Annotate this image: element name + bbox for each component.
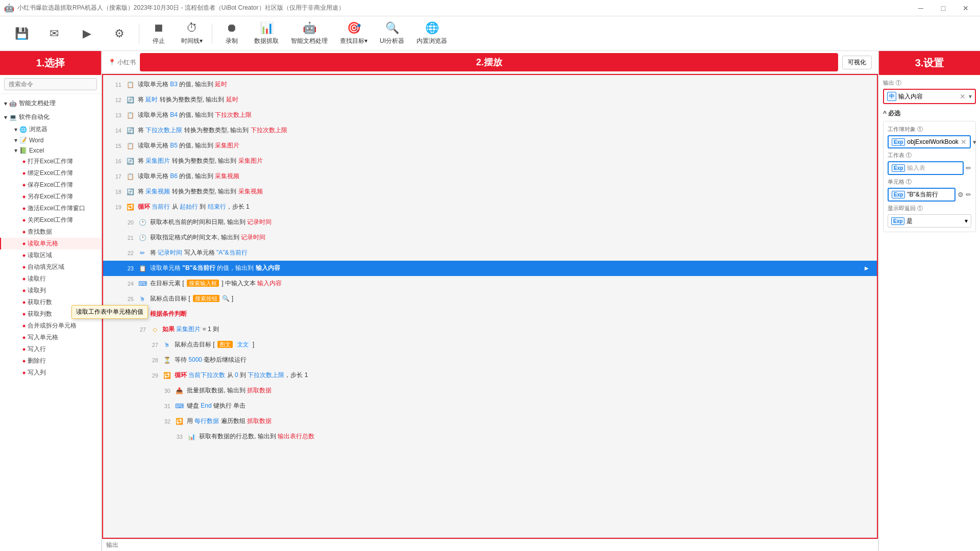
find-data-label: 查找数据 [28, 228, 52, 236]
toolbar-data-extract[interactable]: 📊 数据抓取 [249, 19, 284, 47]
read-icon: 📋 [138, 264, 147, 273]
tree-item-find-data[interactable]: ◆ 查找数据 [0, 226, 101, 238]
loop-icon: 🔁 [126, 203, 135, 212]
flow-row-26[interactable]: 26 ⚡ 根据条件判断 [103, 307, 877, 322]
edit-icon[interactable]: ✏ [966, 164, 971, 172]
return-select[interactable]: Exp 是 ▾ [888, 214, 971, 228]
tree-item-browser[interactable]: ▾ 🌐 浏览器 [0, 123, 101, 135]
flow-row-17[interactable]: 17 📋 读取单元格 B6 的值, 输出到 采集视频 [103, 169, 877, 184]
flow-row-32[interactable]: 32 🔁 用 每行数据 遍历数组 抓取数据 [103, 414, 877, 429]
toolbar-find-target[interactable]: 🎯 查找目标▾ [335, 19, 373, 47]
play-button[interactable]: ▶ [861, 262, 873, 274]
tree-item-delete-row[interactable]: ◆ 删除行 [0, 355, 101, 367]
row-content: 键盘 End 键执行 单击 [187, 402, 246, 410]
flow-row-15[interactable]: 15 📋 读取单元格 B5 的值, 输出到 采集图片 [103, 138, 877, 154]
edit-icon[interactable]: ✏ [966, 191, 971, 198]
workbook-input[interactable]: Exp objExcelWorkBook ✕ [888, 135, 971, 148]
flow-row-22[interactable]: 22 ✏ 将 记录时间 写入单元格 "A"&当前行 [103, 245, 877, 261]
tree-item-saveas-excel[interactable]: ◆ 另存Excel工作簿 [0, 191, 101, 203]
toolbar-ui-analyzer[interactable]: 🔍 UI分析器 [375, 19, 409, 47]
expand-icon: ▾ [4, 114, 7, 121]
tree-item-open-excel[interactable]: ◆ 打开Excel工作簿 [0, 156, 101, 167]
toolbar-embedded-browser[interactable]: 🌐 内置浏览器 [411, 19, 452, 47]
cell-input[interactable]: Exp "B"&当前行 [888, 188, 955, 202]
flow-row-31[interactable]: 31 ⌨ 键盘 End 键执行 单击 [103, 398, 877, 414]
maximize-button[interactable]: □ [933, 1, 953, 15]
row-number: 19 [107, 204, 121, 210]
settings-icon[interactable]: ⚙ [958, 191, 964, 198]
close-button[interactable]: ✕ [955, 1, 976, 15]
toolbar-record-label: 录制 [226, 37, 238, 45]
flow-row-25[interactable]: 25 🖱 鼠标点击目标 [ 搜索按钮 🔍 ] [103, 291, 877, 307]
toolbar-save[interactable]: 💾 [6, 25, 37, 42]
flow-row-11[interactable]: 11 📋 读取单元格 B3 的值, 输出到 延时 [103, 77, 877, 92]
tree-item-read-cell[interactable]: ◆ 读取单元格 [0, 238, 101, 249]
read-area-label: 读取区域 [28, 251, 52, 260]
flow-row-20[interactable]: 20 🕐 获取本机当前的时间和日期, 输出到 记录时间 [103, 215, 877, 230]
tree-item-write-col[interactable]: ◆ 写入列 [0, 367, 101, 379]
title-bar: 🤖 小红书爆款选题抓取RPA机器人（搜索版）2023年10月30日 - 流程创造… [0, 0, 980, 16]
tree-item-excel[interactable]: ▾ 📗 Excel [0, 145, 101, 156]
flow-row-14[interactable]: 14 🔄 将 下拉次数上限 转换为整数类型, 输出到 下拉次数上限 [103, 123, 877, 138]
flow-row-27-mouse[interactable]: 27 🖱 鼠标点击目标 [ 图文 文文 ] [103, 337, 877, 353]
browser-label: 浏览器 [29, 125, 47, 134]
worksheet-input[interactable]: Exp 输入表 [888, 161, 964, 175]
flow-row-21[interactable]: 21 🕐 获取指定格式的时间文本, 输出到 记录时间 [103, 230, 877, 245]
tree-item-write-cell[interactable]: ◆ 写入单元格 [0, 332, 101, 343]
toolbar-ai-process[interactable]: 🤖 智能文档处理 [286, 19, 333, 47]
tree-item-save-excel[interactable]: ◆ 保存Excel工作簿 [0, 179, 101, 191]
flow-row-29[interactable]: 29 🔁 循环 当前下拉次数 从 0 到 下拉次数上限，步长 1 [103, 368, 877, 383]
tree-item-close-excel[interactable]: ◆ 关闭Excel工作簿 [0, 214, 101, 226]
flow-row-30[interactable]: 30 📥 批量抓取数据, 输出到 抓取数据 [103, 383, 877, 398]
tree-item-merge-split[interactable]: ◆ 合并或拆分单元格 [0, 320, 101, 332]
visible-button[interactable]: 可视化 [842, 56, 872, 69]
tree-item-write-row[interactable]: ◆ 写入行 [0, 343, 101, 355]
open-excel-label: 打开Excel工作簿 [28, 157, 73, 166]
keyboard-icon: ⌨ [175, 402, 184, 411]
toolbar-run[interactable]: ▶ [71, 25, 102, 42]
flow-row-16[interactable]: 16 🔄 将 采集图片 转换为整数类型, 输出到 采集图片 [103, 154, 877, 169]
exp-tag: Exp [892, 191, 905, 198]
get-cols-label: 获取列数 [28, 310, 52, 318]
flow-row-18[interactable]: 18 🔄 将 采集视频 转换为整数类型, 输出到 采集视频 [103, 184, 877, 199]
minimize-button[interactable]: ─ [911, 1, 931, 15]
bottom-label: 输出 [106, 541, 118, 549]
exp-tag: 中 [887, 92, 896, 101]
flow-row-12[interactable]: 12 🔄 将 延时 转换为整数类型, 输出到 延时 [103, 92, 877, 108]
flow-row-13[interactable]: 13 📋 读取单元格 B4 的值, 输出到 下拉次数上限 [103, 108, 877, 123]
toolbar-settings[interactable]: ⚙ [104, 25, 135, 42]
tree-group-ai-label[interactable]: ▾ 🤖 智能文档处理 [0, 97, 101, 110]
return-value: 是 [906, 217, 965, 226]
flow-row-19[interactable]: 19 🔁 循环 当前行 从 起始行 到 结束行，步长 1 [103, 199, 877, 215]
flow-row-23[interactable]: 23 📋 读取单元格 "B"&当前行 的值，输出到 输入内容 ▶ [103, 261, 877, 276]
search-input[interactable] [4, 78, 97, 90]
flow-row-28[interactable]: 28 ⏳ 等待 5000 毫秒后继续运行 [103, 353, 877, 368]
tree-group-software-label[interactable]: ▾ 💻 软件自动化 [0, 111, 101, 123]
tree-group-software: ▾ 💻 软件自动化 ▾ 🌐 浏览器 ▾ 📝 Word [0, 111, 101, 379]
toolbar-record[interactable]: ⏺ 录制 [216, 19, 247, 47]
close-icon[interactable]: ✕ [960, 92, 966, 101]
output-input[interactable]: 中 输入内容 ✕ ▾ [883, 89, 976, 104]
tree-item-active-excel[interactable]: ◆ 激活Excel工作簿窗口 [0, 203, 101, 214]
close-icon[interactable]: ✕ [961, 138, 967, 146]
row-content: 将 下拉次数上限 转换为整数类型, 输出到 下拉次数上限 [138, 126, 287, 135]
toolbar-timeline-label: 时间线▾ [181, 37, 203, 45]
tree-item-read-col[interactable]: ◆ 读取列 [0, 285, 101, 296]
toolbar-timeline[interactable]: ⏱ 时间线▾ [176, 19, 208, 47]
tree-item-read-row[interactable]: ◆ 读取行 [0, 273, 101, 285]
flow-row-24[interactable]: 24 ⌨ 在目标元素 [ 搜索输入框 ] 中输入文本 输入内容 [103, 276, 877, 291]
toolbar-stop[interactable]: ⏹ 停止 [143, 19, 174, 47]
worksheet-label: 工作表 ① [888, 152, 971, 159]
flow-row-33[interactable]: 33 📊 获取有数据的行总数, 输出到 输出表行总数 [103, 429, 877, 444]
tree-item-read-area[interactable]: ◆ 读取区域 [0, 249, 101, 261]
toolbar-send[interactable]: ✉ [39, 25, 69, 42]
autofill-label: 自动填充区域 [28, 263, 64, 271]
workbook-row: Exp objExcelWorkBook ✕ ▾ [888, 135, 971, 148]
tree-item-word[interactable]: ▾ 📝 Word [0, 135, 101, 145]
dropdown-arrow-wb: ▾ [973, 138, 976, 146]
row-number: 25 [119, 296, 134, 302]
tree-item-bind-excel[interactable]: ◆ 绑定Excel工作簿 [0, 167, 101, 179]
flow-row-27-if[interactable]: 27 ◇ 如果 采集图片 = 1 则 [103, 322, 877, 337]
tree-item-autofill[interactable]: ◆ 自动填充区域 [0, 261, 101, 273]
stop-icon: ⏹ [153, 21, 164, 35]
